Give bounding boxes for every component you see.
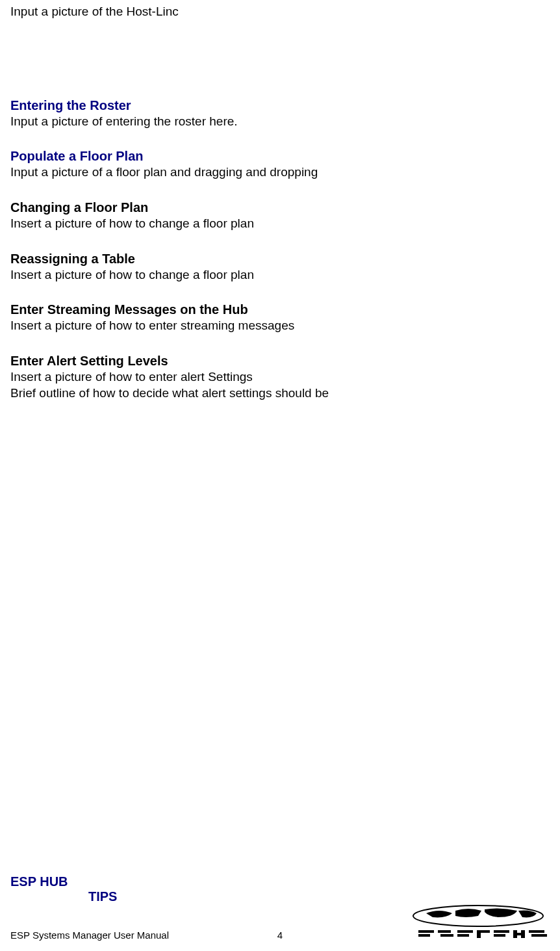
bottom-headings: ESP HUB TIPS: [10, 874, 117, 904]
body-streaming-messages: Insert a picture of how to enter streami…: [10, 318, 550, 334]
svg-rect-9: [494, 930, 509, 933]
heading-esp-hub: ESP HUB: [10, 874, 117, 889]
svg-rect-3: [438, 930, 451, 933]
heading-reassigning-table: Reassigning a Table: [10, 250, 550, 267]
svg-rect-15: [531, 934, 547, 937]
body-changing-floor-plan: Insert a picture of how to change a floo…: [10, 216, 550, 232]
section-alert-settings: Enter Alert Setting Levels Insert a pict…: [10, 352, 550, 401]
section-changing-floor-plan: Changing a Floor Plan Insert a picture o…: [10, 199, 550, 232]
body-entering-roster: Input a picture of entering the roster h…: [10, 114, 550, 130]
svg-rect-4: [440, 934, 453, 937]
top-instruction-text: Input a picture of the Host-Linc: [10, 4, 550, 20]
footer-logo: [407, 904, 550, 941]
svg-rect-7: [477, 930, 481, 938]
section-reassigning-table: Reassigning a Table Insert a picture of …: [10, 250, 550, 283]
footer-page-number: 4: [277, 930, 283, 941]
svg-rect-5: [457, 930, 473, 933]
svg-rect-10: [494, 934, 505, 937]
section-entering-roster: Entering the Roster Input a picture of e…: [10, 97, 550, 130]
footer-title: ESP Systems Manager User Manual: [10, 930, 169, 941]
heading-alert-settings: Enter Alert Setting Levels: [10, 352, 550, 369]
content-area: Entering the Roster Input a picture of e…: [10, 97, 550, 402]
esp-systems-logo-icon: [407, 904, 550, 941]
heading-entering-roster: Entering the Roster: [10, 97, 550, 114]
heading-tips: TIPS: [88, 889, 117, 904]
body-alert-settings-2: Brief outline of how to decide what aler…: [10, 385, 550, 402]
section-streaming-messages: Enter Streaming Messages on the Hub Inse…: [10, 301, 550, 334]
body-populate-floor-plan: Input a picture of a floor plan and drag…: [10, 164, 550, 181]
body-alert-settings-1: Insert a picture of how to enter alert S…: [10, 369, 550, 385]
heading-changing-floor-plan: Changing a Floor Plan: [10, 199, 550, 216]
svg-rect-13: [517, 933, 524, 935]
body-reassigning-table: Insert a picture of how to change a floo…: [10, 267, 550, 283]
svg-rect-1: [418, 930, 434, 933]
svg-rect-14: [529, 930, 544, 933]
svg-rect-6: [457, 934, 469, 937]
page-footer: ESP Systems Manager User Manual 4: [10, 904, 550, 941]
section-populate-floor-plan: Populate a Floor Plan Input a picture of…: [10, 148, 550, 181]
svg-rect-8: [481, 930, 490, 933]
svg-rect-11: [513, 930, 517, 938]
svg-rect-2: [418, 934, 430, 937]
heading-streaming-messages: Enter Streaming Messages on the Hub: [10, 301, 550, 318]
heading-populate-floor-plan: Populate a Floor Plan: [10, 148, 550, 164]
